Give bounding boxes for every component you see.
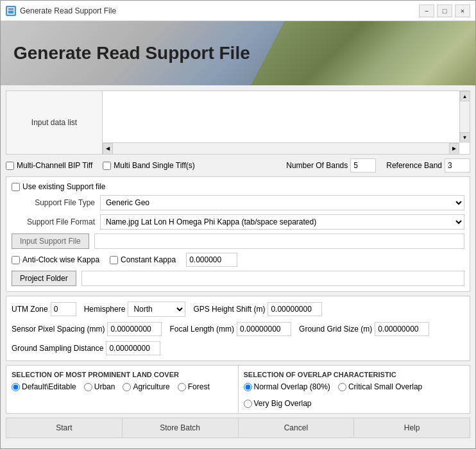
project-folder-input[interactable]	[81, 271, 464, 286]
input-data-section: Input data list ▲ ▼ ◀ ▶	[6, 90, 470, 155]
title-bar-text: Generate Read Support File	[20, 6, 419, 15]
multi-band-checkbox[interactable]	[103, 162, 111, 170]
project-folder-row: Project Folder	[12, 271, 464, 286]
use-existing-checkbox[interactable]	[12, 183, 20, 191]
input-support-file-input[interactable]	[94, 233, 464, 249]
selection-section: SELECTION OF MOST PROMINENT LAND COVER D…	[6, 365, 470, 414]
ground-sampling-input[interactable]	[106, 341, 160, 355]
num-of-bands-label: Number Of Bands	[286, 161, 348, 170]
scroll-right-btn[interactable]: ▶	[449, 143, 459, 155]
overlap-radio-row: Normal Overlap (80%) Critical Small Over…	[244, 382, 465, 408]
multi-channel-label: Multi-Channell BIP Tiff	[17, 161, 92, 170]
focal-length-input[interactable]	[237, 322, 291, 336]
use-existing-checkbox-label[interactable]: Use existing Support file	[12, 182, 464, 191]
land-cover-default-radio[interactable]	[12, 383, 20, 391]
overlap-critical-radio[interactable]	[338, 383, 346, 391]
land-cover-radio-row: Default\Editable Urban Agriculture Fores…	[12, 382, 233, 391]
overlap-title: SELECTION OF OVERLAP CHARACTERISTIC	[244, 371, 465, 378]
constant-kappa-checkbox[interactable]	[110, 256, 118, 264]
store-batch-button[interactable]: Store Batch	[123, 418, 239, 437]
land-cover-agriculture-label[interactable]: Agriculture	[123, 382, 169, 391]
ref-band-input[interactable]: 3	[445, 158, 470, 173]
multi-channel-checkbox[interactable]	[6, 162, 14, 170]
anti-clock-checkbox[interactable]	[12, 256, 20, 264]
land-cover-agriculture-text: Agriculture	[133, 382, 169, 391]
utm-row-2: Sensor Pixel Spacing (mm) Focal Length (…	[12, 322, 464, 336]
num-of-bands-group: Number Of Bands 5	[286, 158, 376, 173]
minimize-button[interactable]: −	[419, 4, 434, 17]
utm-zone-field: UTM Zone	[12, 302, 76, 316]
land-cover-forest-text: Forest	[188, 382, 210, 391]
app-icon	[6, 6, 16, 16]
anti-clock-label: Anti-Clock wise Kappa	[22, 255, 99, 264]
focal-length-field: Focal Length (mm)	[169, 322, 291, 336]
support-section: Use existing Support file Support File T…	[6, 176, 470, 292]
kappa-row: Anti-Clock wise Kappa Constant Kappa	[12, 253, 464, 267]
utm-section: UTM Zone Hemisphere North South GPS Heig…	[6, 296, 470, 361]
utm-row-3: Ground Sampling Distance	[12, 341, 464, 355]
options-row: Multi-Channell BIP Tiff Multi Band Singl…	[6, 158, 470, 173]
scroll-up-btn[interactable]: ▲	[460, 91, 470, 101]
overlap-section: SELECTION OF OVERLAP CHARACTERISTIC Norm…	[239, 366, 470, 413]
vertical-scrollbar[interactable]: ▲ ▼	[459, 91, 470, 142]
gps-height-label: GPS Height Shift (m)	[193, 305, 265, 314]
utm-row-1: UTM Zone Hemisphere North South GPS Heig…	[12, 301, 464, 317]
utm-zone-input[interactable]	[51, 302, 76, 316]
hemisphere-select[interactable]: North South	[128, 301, 185, 317]
land-cover-forest-radio[interactable]	[178, 383, 186, 391]
ref-band-label: Reference Band	[386, 161, 442, 170]
header-title: Generate Read Support File	[13, 43, 250, 64]
ground-grid-input[interactable]	[375, 322, 429, 336]
anti-clock-checkbox-label[interactable]: Anti-Clock wise Kappa	[12, 255, 99, 264]
constant-kappa-input[interactable]	[186, 253, 237, 267]
land-cover-urban-radio[interactable]	[84, 383, 92, 391]
title-bar-controls: − □ ×	[419, 4, 470, 17]
sensor-pixel-input[interactable]	[107, 322, 162, 336]
support-file-format-row: Support File Format Name.jpg Lat Lon H O…	[12, 214, 464, 230]
land-cover-forest-label[interactable]: Forest	[178, 382, 210, 391]
constant-kappa-checkbox-label[interactable]: Constant Kappa	[110, 255, 176, 264]
support-file-format-label: Support File Format	[12, 217, 95, 226]
utm-zone-label: UTM Zone	[12, 305, 48, 314]
land-cover-section: SELECTION OF MOST PROMINENT LAND COVER D…	[6, 366, 239, 413]
scroll-left-btn[interactable]: ◀	[103, 143, 113, 155]
support-file-type-select[interactable]: Generic Geo Custom	[100, 195, 464, 210]
overlap-big-radio[interactable]	[244, 400, 252, 408]
constant-kappa-label: Constant Kappa	[121, 255, 176, 264]
ground-sampling-field: Ground Sampling Distance	[12, 341, 160, 355]
maximize-button[interactable]: □	[437, 4, 452, 17]
land-cover-title: SELECTION OF MOST PROMINENT LAND COVER	[12, 371, 233, 378]
scroll-down-btn[interactable]: ▼	[460, 132, 470, 142]
cancel-button[interactable]: Cancel	[239, 418, 355, 437]
header-banner: Generate Read Support File	[1, 21, 475, 85]
land-cover-urban-text: Urban	[94, 382, 115, 391]
multi-band-checkbox-label[interactable]: Multi Band Single Tiff(s)	[103, 161, 195, 170]
land-cover-agriculture-radio[interactable]	[123, 383, 131, 391]
support-file-format-select[interactable]: Name.jpg Lat Lon H Omega Phi Kappa (tab/…	[100, 214, 464, 230]
num-of-bands-input[interactable]: 5	[350, 158, 376, 173]
overlap-normal-text: Normal Overlap (80%)	[254, 382, 330, 391]
help-button[interactable]: Help	[354, 418, 470, 437]
gps-height-input[interactable]	[268, 302, 322, 316]
overlap-normal-label[interactable]: Normal Overlap (80%)	[244, 382, 330, 391]
ref-band-group: Reference Band 3	[386, 158, 470, 173]
overlap-big-label[interactable]: Very Big Overlap	[244, 399, 312, 408]
input-support-file-button[interactable]: Input Support File	[12, 233, 89, 249]
start-button[interactable]: Start	[6, 418, 123, 437]
overlap-critical-label[interactable]: Critical Small Overlap	[338, 382, 422, 391]
overlap-critical-text: Critical Small Overlap	[348, 382, 422, 391]
support-file-type-row: Support File Type Generic Geo Custom	[12, 195, 464, 210]
content-area: Input data list ▲ ▼ ◀ ▶ Multi-Channell B…	[1, 85, 475, 448]
multi-channel-checkbox-label[interactable]: Multi-Channell BIP Tiff	[6, 161, 92, 170]
ground-sampling-label: Ground Sampling Distance	[12, 344, 103, 353]
land-cover-default-text: Default\Editable	[22, 382, 76, 391]
support-file-type-label: Support File Type	[12, 198, 95, 207]
project-folder-button[interactable]: Project Folder	[12, 271, 76, 286]
land-cover-urban-label[interactable]: Urban	[84, 382, 115, 391]
land-cover-default-label[interactable]: Default\Editable	[12, 382, 76, 391]
horizontal-scrollbar[interactable]: ◀ ▶	[103, 142, 459, 154]
overlap-normal-radio[interactable]	[244, 383, 252, 391]
close-button[interactable]: ×	[455, 4, 470, 17]
bottom-buttons: Start Store Batch Cancel Help	[6, 418, 470, 438]
main-window: Generate Read Support File − □ × Generat…	[0, 0, 476, 449]
